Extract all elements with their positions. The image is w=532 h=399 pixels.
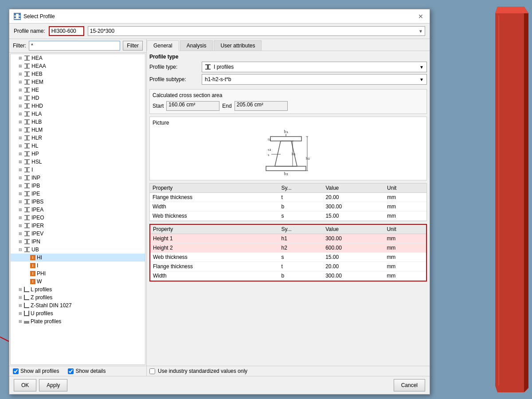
tree-item-I[interactable]: ⊞ I <box>11 166 145 174</box>
right-panel: General Analysis User attributes Profile… <box>147 39 430 376</box>
tree-item-Plateprofiles[interactable]: ⊞ Plate profiles <box>11 317 145 325</box>
property-cell: Web thickness <box>150 211 278 221</box>
start-label: Start <box>153 103 164 109</box>
tree-item-HL[interactable]: ⊞ HL <box>11 142 145 150</box>
tab-user-attributes[interactable]: User attributes <box>214 40 262 51</box>
svg-rect-63 <box>24 183 30 184</box>
expand-icon: ⊟ <box>18 247 23 252</box>
tree-item-HLM[interactable]: ⊞ HLM <box>11 126 145 134</box>
profile-name-dropdown[interactable]: 15-20*300 ▼ <box>88 26 425 36</box>
var-unit-cell: mm <box>384 253 426 262</box>
svg-rect-68 <box>24 196 30 196</box>
svg-rect-109 <box>266 166 306 171</box>
tab-general[interactable]: General <box>147 40 179 51</box>
symbol-cell: b <box>278 202 323 211</box>
var-unit-cell: mm <box>384 243 426 253</box>
tree-item-PHI[interactable]: I PHI <box>11 270 145 278</box>
tree-item-IPN[interactable]: ⊞ IPN <box>11 238 145 246</box>
select-profile-dialog: Select Profile ✕ Profile name: 15-20*300… <box>9 9 430 395</box>
svg-rect-24 <box>24 79 30 80</box>
tree-container[interactable]: ⊞ HEA ⊞ HEAA ⊞ HEB ⊞ HEM <box>10 54 145 365</box>
svg-rect-34 <box>26 104 28 108</box>
I-profiles-icon <box>205 64 211 70</box>
tree-item-IPE[interactable]: ⊞ IPE <box>11 190 145 198</box>
svg-rect-57 <box>24 167 30 168</box>
svg-rect-51 <box>24 151 30 152</box>
tree-item-Lprofiles[interactable]: ⊞ L profiles <box>11 286 145 293</box>
tree-item-I2[interactable]: I I <box>11 262 145 270</box>
tree-item-HHD[interactable]: ⊞ HHD <box>11 102 145 110</box>
show-all-label[interactable]: Show all profiles <box>13 368 59 374</box>
tab-analysis[interactable]: Analysis <box>180 40 213 51</box>
filter-row: Filter: Filter <box>9 39 146 53</box>
tree-item-HE[interactable]: ⊞ HE <box>11 86 145 94</box>
tree-item-Uprofiles[interactable]: ⊞ U profiles <box>11 309 145 317</box>
plate-icon <box>24 321 29 324</box>
filter-input[interactable] <box>29 41 120 51</box>
tree-label: HEM <box>31 79 43 85</box>
tree-item-W[interactable]: I W <box>11 278 145 286</box>
end-label: End <box>222 103 231 109</box>
filter-button[interactable]: Filter <box>123 41 143 51</box>
show-details-label[interactable]: Show details <box>68 368 106 374</box>
tree-label: IPN <box>31 239 40 245</box>
tree-item-ZStahl[interactable]: ⊞ Z-Stahl DIN 1027 <box>11 301 145 309</box>
industry-checkbox[interactable] <box>149 368 155 374</box>
orange-icon: I <box>30 255 35 260</box>
tree-item-HEA[interactable]: ⊞ HEA <box>11 54 145 62</box>
profile-type-select[interactable]: I profiles ▼ <box>202 62 427 72</box>
tree-item-UB[interactable]: ⊟ UB <box>11 246 145 254</box>
expand-icon: ⊞ <box>18 239 23 244</box>
var-row-height1: Height 1 h1 300.00 mm <box>150 234 426 243</box>
svg-rect-81 <box>24 231 30 232</box>
tree-item-HEM[interactable]: ⊞ HEM <box>11 78 145 86</box>
svg-rect-37 <box>26 112 28 116</box>
prop-row-web-thickness: Web thickness s 15.00 mm <box>150 211 426 221</box>
tree-item-IPER[interactable]: ⊞ IPER <box>11 222 145 230</box>
tree-item-IPEV[interactable]: ⊞ IPEV <box>11 230 145 238</box>
tree-item-HSL[interactable]: ⊞ HSL <box>11 158 145 166</box>
var-unit-cell: mm <box>384 271 426 281</box>
svg-rect-69 <box>24 199 30 200</box>
cross-section-title: Calculated cross section area <box>153 92 424 98</box>
svg-rect-67 <box>26 192 28 196</box>
value-cell: 20.00 <box>323 193 384 202</box>
show-details-checkbox[interactable] <box>68 368 74 374</box>
tree-item-IPBS[interactable]: ⊞ IPBS <box>11 198 145 206</box>
U-icon <box>24 311 29 316</box>
tree-label: I <box>37 262 38 269</box>
svg-rect-38 <box>24 116 30 117</box>
tree-item-HP[interactable]: ⊞ HP <box>11 150 145 158</box>
ibeam-icon <box>24 223 30 229</box>
tree-item-IPEO[interactable]: ⊞ IPEO <box>11 214 145 222</box>
show-all-checkbox[interactable] <box>13 368 19 374</box>
tree-item-Zprofiles[interactable]: ⊞ Z profiles <box>11 293 145 301</box>
profile-subtype-select[interactable]: h1-h2-s-t*b ▼ <box>202 74 427 85</box>
tree-item-HI[interactable]: I HI <box>11 254 145 262</box>
cancel-button[interactable]: Cancel <box>394 379 425 391</box>
expand-icon: ⊞ <box>18 207 23 212</box>
tree-item-HLA[interactable]: ⊞ HLA <box>11 110 145 118</box>
tree-label: IPEV <box>31 231 43 237</box>
dialog-titlebar: Select Profile ✕ <box>9 9 430 23</box>
apply-button[interactable]: Apply <box>39 379 67 391</box>
tree-item-HD[interactable]: ⊞ HD <box>11 94 145 102</box>
tree-item-IPEA[interactable]: ⊞ IPEA <box>11 206 145 214</box>
svg-rect-18 <box>24 63 30 64</box>
tabs-row: General Analysis User attributes <box>147 39 430 51</box>
profile-name-input[interactable] <box>49 26 84 36</box>
tree-item-HEAA[interactable]: ⊞ HEAA <box>11 62 145 70</box>
tree-item-HLB[interactable]: ⊞ HLB <box>11 118 145 126</box>
ok-button[interactable]: OK <box>14 379 36 391</box>
svg-rect-82 <box>26 232 28 235</box>
close-button[interactable]: ✕ <box>416 12 425 21</box>
tree-label: HEAA <box>31 63 46 69</box>
tree-item-INP[interactable]: ⊞ INP <box>11 174 145 182</box>
svg-rect-31 <box>26 96 28 100</box>
tree-item-IPB[interactable]: ⊞ IPB <box>11 182 145 190</box>
chevron-down-icon: ▼ <box>419 77 424 82</box>
industry-checkbox-label: Use industry standardized values only <box>158 368 247 374</box>
tree-item-HEB[interactable]: ⊞ HEB <box>11 70 145 78</box>
orange-icon: I <box>30 279 35 284</box>
tree-item-HLR[interactable]: ⊞ HLR <box>11 134 145 142</box>
